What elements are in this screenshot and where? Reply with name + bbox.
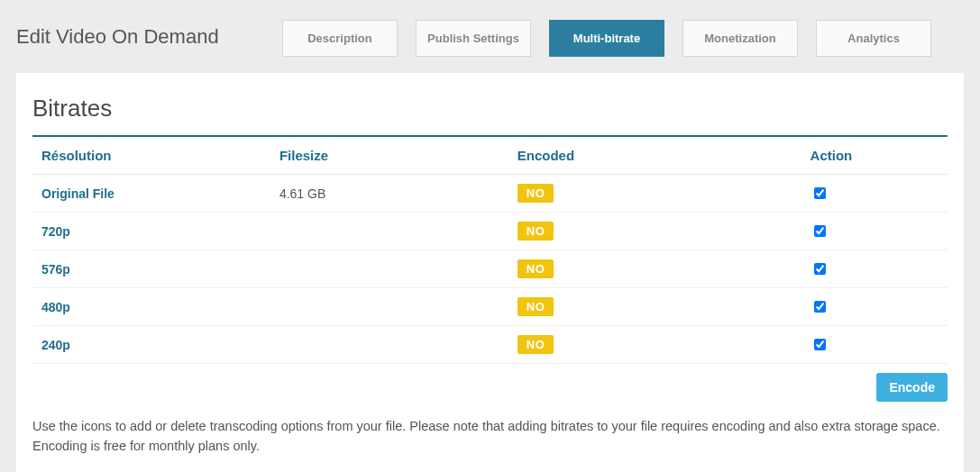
table-row: 576pNO [32,250,948,288]
bitrates-table: Résolution Filesize Encoded Action Origi… [32,135,948,364]
table-row: 240pNO [32,326,948,364]
resolution-cell: 240p [32,326,270,364]
status-badge: NO [517,184,554,203]
col-header-resolution: Résolution [32,136,270,175]
select-checkbox[interactable] [814,187,826,199]
encoded-cell: NO [508,288,801,326]
select-checkbox[interactable] [814,225,826,237]
filesize-cell [270,250,508,288]
status-badge: NO [517,297,554,316]
action-cell [801,326,948,364]
select-checkbox[interactable] [814,339,826,350]
encoded-cell: NO [508,175,801,213]
filesize-cell [270,213,508,250]
select-checkbox[interactable] [814,301,826,313]
bitrates-heading: Bitrates [32,95,948,123]
resolution-cell: 480p [32,288,270,326]
encoded-cell: NO [508,326,801,364]
action-cell [801,213,948,250]
tab-multi-bitrate[interactable]: Multi-bitrate [549,20,664,57]
action-cell [801,250,948,288]
tab-publish-settings[interactable]: Publish Settings [416,20,531,57]
tab-analytics[interactable]: Analytics [816,20,931,57]
tab-description[interactable]: Description [282,20,398,57]
filesize-cell [270,326,508,364]
encode-button[interactable]: Encode [876,373,948,402]
resolution-cell: 576p [32,250,270,288]
status-badge: NO [517,259,554,278]
page-title: Edit Video On Demand [16,20,282,49]
tab-bar: DescriptionPublish SettingsMulti-bitrate… [282,20,931,57]
col-header-filesize: Filesize [270,136,508,175]
resolution-cell: 720p [32,213,270,250]
action-cell [801,288,948,326]
table-row: 480pNO [32,288,948,326]
helper-text: Use the icons to add or delete transcodi… [32,416,948,457]
col-header-encoded: Encoded [508,136,801,175]
filesize-cell: 4.61 GB [270,175,508,213]
table-row: Original File4.61 GBNO [32,175,948,213]
col-header-action: Action [801,136,948,175]
encoded-cell: NO [508,250,801,288]
status-badge: NO [517,222,554,241]
select-checkbox[interactable] [814,263,826,275]
bitrates-card: Bitrates Résolution Filesize Encoded Act… [16,73,964,472]
resolution-cell: Original File [32,175,270,213]
action-cell [801,175,948,213]
status-badge: NO [517,335,554,354]
tab-monetization[interactable]: Monetization [682,20,798,57]
table-row: 720pNO [32,213,948,250]
filesize-cell [270,288,508,326]
encoded-cell: NO [508,213,801,250]
